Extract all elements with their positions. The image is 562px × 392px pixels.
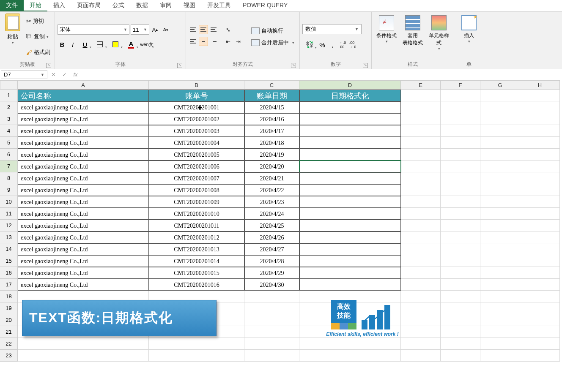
cell-C16[interactable]: 2020/4/29 [244,267,299,279]
cell-E8[interactable] [401,172,441,184]
cell-C1[interactable]: 账单日期 [244,90,299,101]
cell-F21[interactable] [441,326,480,338]
cell-G20[interactable] [480,314,520,326]
font-color-button[interactable]: A [124,40,138,49]
cell-D8[interactable] [299,172,401,184]
cell-H21[interactable] [520,326,560,338]
cell-D22[interactable] [299,338,401,350]
cell-C3[interactable]: 2020/4/16 [244,113,299,125]
formula-enter-button[interactable]: ✓ [59,69,70,80]
cell-G14[interactable] [480,243,520,255]
font-launcher[interactable]: ⤡ [177,63,182,68]
cell-G22[interactable] [480,338,520,350]
cell-F18[interactable] [441,291,480,302]
cell-A22[interactable] [18,338,149,350]
cell-E5[interactable] [401,137,441,149]
cell-G4[interactable] [480,125,520,137]
tab-file[interactable]: 文件 [0,0,24,11]
row-header-4[interactable]: 4 [0,125,18,137]
bold-button[interactable]: B [58,40,67,49]
conditional-format-button[interactable]: 条件格式 ▾ [374,14,399,60]
cell-D5[interactable] [299,137,401,149]
accounting-format-button[interactable]: 💱 [302,40,317,49]
cell-D2[interactable] [299,101,401,113]
cell-F8[interactable] [441,172,480,184]
merge-center-button[interactable]: 合并后居中▾ [249,38,297,47]
cell-B14[interactable]: CMT20200201013 [149,243,244,255]
cell-C17[interactable]: 2020/4/30 [244,279,299,291]
row-header-16[interactable]: 16 [0,267,18,279]
cell-G6[interactable] [480,149,520,161]
cell-B4[interactable]: CMT20200201003 [149,125,244,137]
align-bottom-button[interactable] [209,25,218,34]
cell-G8[interactable] [480,172,520,184]
cell-C7[interactable]: 2020/4/20 [244,161,299,172]
row-header-9[interactable]: 9 [0,184,18,196]
cell-A8[interactable]: excel gaoxiaojineng Co.,Ltd [18,172,149,184]
fill-color-button[interactable] [108,40,123,49]
cell-A15[interactable]: excel gaoxiaojineng Co.,Ltd [18,255,149,267]
cell-F9[interactable] [441,184,480,196]
cell-H6[interactable] [520,149,560,161]
insert-function-button[interactable]: fx [70,69,81,80]
insert-cells-button[interactable]: 插入 ▾ [457,14,481,60]
cell-D6[interactable] [299,149,401,161]
formula-cancel-button[interactable]: ✕ [48,69,59,80]
col-header-A[interactable]: A [18,80,149,90]
formula-input[interactable] [81,69,562,80]
select-all-corner[interactable] [0,80,18,90]
cell-H18[interactable] [520,291,560,302]
cell-D17[interactable] [299,279,401,291]
row-header-6[interactable]: 6 [0,149,18,161]
cell-A7[interactable]: excel gaoxiaojineng Co.,Ltd [18,161,149,172]
cell-D1[interactable]: 日期格式化 [299,90,401,101]
align-left-button[interactable] [189,37,198,46]
cell-G1[interactable] [480,90,520,101]
cell-C4[interactable]: 2020/4/17 [244,125,299,137]
cell-A13[interactable]: excel gaoxiaojineng Co.,Ltd [18,231,149,243]
row-header-20[interactable]: 20 [0,314,18,326]
cell-F15[interactable] [441,255,480,267]
col-header-F[interactable]: F [441,80,480,90]
align-center-button[interactable] [199,37,208,46]
cell-B7[interactable]: CMT20200201006 [149,161,244,172]
cell-F22[interactable] [441,338,480,350]
cell-E3[interactable] [401,113,441,125]
col-header-D[interactable]: D [299,80,401,90]
cell-E17[interactable] [401,279,441,291]
increase-decimal-button[interactable]: ←.0.00 [338,40,347,49]
cell-D4[interactable] [299,125,401,137]
row-header-11[interactable]: 11 [0,208,18,220]
decrease-font-button[interactable]: A▾ [161,25,170,34]
cell-H23[interactable] [520,350,560,362]
cell-C15[interactable]: 2020/4/28 [244,255,299,267]
cell-B6[interactable]: CMT20200201005 [149,149,244,161]
row-header-21[interactable]: 21 [0,326,18,338]
cell-A14[interactable]: excel gaoxiaojineng Co.,Ltd [18,243,149,255]
cell-H7[interactable] [520,161,560,172]
cell-B9[interactable]: CMT20200201008 [149,184,244,196]
cell-A4[interactable]: excel gaoxiaojineng Co.,Ltd [18,125,149,137]
cell-G12[interactable] [480,220,520,231]
cell-E1[interactable] [401,90,441,101]
decrease-decimal-button[interactable]: .00→.0 [348,40,357,49]
cell-H11[interactable] [520,208,560,220]
cell-E16[interactable] [401,267,441,279]
cell-C6[interactable]: 2020/4/19 [244,149,299,161]
cell-H12[interactable] [520,220,560,231]
cell-E2[interactable] [401,101,441,113]
cell-G23[interactable] [480,350,520,362]
cell-C10[interactable]: 2020/4/23 [244,196,299,208]
border-button[interactable] [93,40,107,49]
cell-D16[interactable] [299,267,401,279]
cell-A10[interactable]: excel gaoxiaojineng Co.,Ltd [18,196,149,208]
cell-A11[interactable]: excel gaoxiaojineng Co.,Ltd [18,208,149,220]
cell-H20[interactable] [520,314,560,326]
tab-powerquery[interactable]: POWER QUERY [237,0,293,11]
row-header-2[interactable]: 2 [0,101,18,113]
tab-insert[interactable]: 插入 [47,0,71,11]
cell-G5[interactable] [480,137,520,149]
cell-G13[interactable] [480,231,520,243]
number-format-combo[interactable]: 数值▼ [302,24,362,34]
cell-F7[interactable] [441,161,480,172]
